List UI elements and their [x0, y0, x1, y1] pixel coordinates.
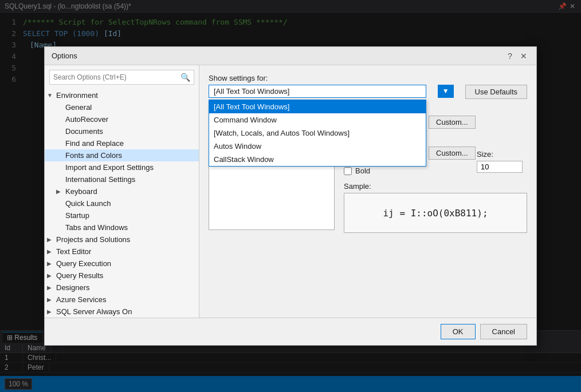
sample-label: Sample:: [344, 182, 527, 191]
tree-item-label: Documents: [65, 127, 103, 136]
size-dropdown[interactable]: 10: [477, 161, 523, 173]
tree-item-find-replace[interactable]: Find and Replace: [45, 137, 199, 149]
search-icon: 🔍: [177, 73, 194, 82]
close-modal-button[interactable]: ✕: [518, 50, 529, 62]
tree-item-query-results[interactable]: ▶ Query Results: [45, 270, 199, 282]
dropdown-open-list: [All Text Tool Windows] Command Window […: [209, 100, 426, 167]
tree-item-text-editor[interactable]: ▶ Text Editor: [45, 246, 199, 258]
sample-box: ij = I::oO(0xB811);: [344, 193, 527, 233]
dropdown-option-watch-open[interactable]: [Watch, Locals, and Autos Tool Windows]: [209, 126, 426, 140]
modal-overlay: Options ? ✕ 🔍 ▼ Environment: [0, 0, 581, 392]
size-label: Size:: [477, 150, 523, 159]
expand-icon: ▶: [47, 284, 56, 291]
modal-titlebar-buttons: ? ✕: [504, 50, 529, 62]
tree-item-general[interactable]: General: [45, 101, 199, 113]
ok-button[interactable]: OK: [441, 324, 476, 339]
settings-dropdown-wrap: [All Text Tool Windows] Command Window […: [209, 85, 454, 98]
expand-icon: ▼: [47, 92, 56, 98]
tree-item-environment[interactable]: ▼ Environment: [45, 89, 199, 101]
tree-item-sql-always-on[interactable]: ▶ SQL Server Always On: [45, 306, 199, 318]
expand-icon: ▶: [47, 236, 56, 243]
sample-section: Sample: ij = I::oO(0xB811);: [344, 182, 527, 233]
expand-icon: ▶: [47, 272, 56, 279]
tree-item-label: Tabs and Windows: [65, 223, 128, 232]
tree-item-keyboard[interactable]: ▶ Keyboard: [45, 185, 199, 197]
tree-item-label: AutoRecover: [65, 115, 108, 124]
tree-item-tabs-windows[interactable]: Tabs and Windows: [45, 221, 199, 233]
tree-item-label: Find and Replace: [65, 139, 124, 148]
tree-item-label: Fonts and Colors: [65, 151, 122, 160]
background-custom-button[interactable]: Custom...: [429, 146, 476, 160]
search-input[interactable]: [50, 73, 177, 81]
tree-item-quick-launch[interactable]: Quick Launch: [45, 197, 199, 209]
dropdown-option-all-text-open[interactable]: [All Text Tool Windows]: [209, 100, 426, 113]
tree-item-azure[interactable]: ▶ Azure Services: [45, 294, 199, 306]
tree-item-query-execution[interactable]: ▶ Query Execution: [45, 258, 199, 270]
tree-item-label: General: [65, 103, 92, 112]
tree-scroll[interactable]: ▼ Environment General AutoRecover Docume…: [45, 89, 199, 318]
tree-item-international[interactable]: International Settings: [45, 173, 199, 185]
tree-item-documents[interactable]: Documents: [45, 125, 199, 137]
show-settings-dropdown[interactable]: [All Text Tool Windows] Command Window […: [209, 85, 426, 98]
tree-item-label: Import and Export Settings: [65, 163, 154, 172]
dropdown-option-callstack-open[interactable]: CallStack Window: [209, 153, 426, 166]
tree-item-label: International Settings: [65, 175, 135, 184]
modal-titlebar: Options ? ✕: [45, 47, 536, 65]
tree-item-autorecover[interactable]: AutoRecover: [45, 113, 199, 125]
expand-icon: ▶: [47, 260, 56, 267]
expand-icon: ▶: [47, 308, 56, 315]
search-box-wrap: 🔍: [49, 70, 194, 85]
dropdown-option-command-open[interactable]: Command Window: [209, 113, 426, 126]
tree-item-projects[interactable]: ▶ Projects and Solutions: [45, 233, 199, 246]
help-button[interactable]: ?: [504, 50, 516, 62]
tree-item-fonts-colors[interactable]: Fonts and Colors: [45, 149, 199, 161]
modal-footer: OK Cancel: [45, 318, 536, 345]
dropdown-arrow-icon: ▼: [438, 85, 454, 98]
expand-icon: ▶: [47, 248, 56, 255]
tree-item-label: Environment: [56, 91, 98, 100]
tree-item-label: Projects and Solutions: [56, 235, 130, 244]
tree-pane: 🔍 ▼ Environment General AutoRecover: [45, 65, 199, 318]
size-and-defaults: Use Defaults: [461, 72, 527, 99]
size-dropdown-wrap: 10: [477, 161, 523, 173]
dropdown-option-autos-open[interactable]: Autos Window: [209, 140, 426, 153]
bold-checkbox[interactable]: [344, 167, 352, 175]
tree-item-label: Designers: [56, 283, 90, 292]
expand-icon: ▶: [47, 296, 56, 303]
tree-item-label: Azure Services: [56, 295, 106, 304]
tree-item-label: SQL Server Always On: [56, 307, 132, 316]
modal-title: Options: [52, 52, 504, 60]
tree-item-label: Text Editor: [56, 247, 91, 256]
bold-label: Bold: [355, 167, 370, 175]
use-defaults-button[interactable]: Use Defaults: [465, 85, 527, 99]
size-section-absolute: Size: 10: [477, 150, 523, 173]
right-pane: Show settings for: [All Text Tool Window…: [199, 65, 536, 318]
expand-icon: ▶: [56, 188, 65, 195]
cancel-button[interactable]: Cancel: [480, 324, 527, 339]
tree-item-label: Keyboard: [65, 187, 97, 196]
show-settings-section: Show settings for: [All Text Tool Window…: [209, 74, 454, 98]
show-settings-row: Show settings for: [All Text Tool Window…: [209, 72, 527, 99]
tree-item-designers[interactable]: ▶ Designers: [45, 282, 199, 294]
tree-item-label: Query Execution: [56, 259, 111, 268]
tree-item-label: Query Results: [56, 271, 103, 280]
modal-body: 🔍 ▼ Environment General AutoRecover: [45, 65, 536, 318]
foreground-custom-button[interactable]: Custom...: [429, 116, 476, 129]
show-settings-label: Show settings for:: [209, 74, 454, 82]
tree-item-startup[interactable]: Startup: [45, 209, 199, 221]
sample-text: ij = I::oO(0xB811);: [383, 208, 488, 219]
options-dialog: Options ? ✕ 🔍 ▼ Environment: [44, 46, 537, 346]
tree-item-label: Quick Launch: [65, 199, 111, 208]
tree-item-label: Startup: [65, 211, 89, 220]
tree-item-import-export[interactable]: Import and Export Settings: [45, 161, 199, 173]
